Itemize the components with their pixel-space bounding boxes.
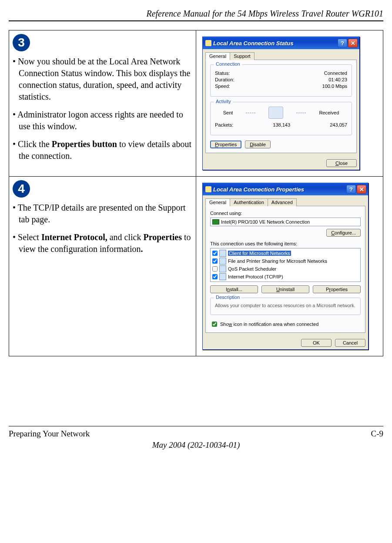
list-item[interactable]: QoS Packet Scheduler bbox=[211, 265, 359, 273]
activity-icon bbox=[268, 107, 283, 119]
adapter-icon bbox=[212, 219, 219, 225]
properties-title: Local Area Connection Properties bbox=[213, 186, 304, 193]
packets-sent: 138,143 bbox=[233, 122, 330, 127]
item-label: Internet Protocol (TCP/IP) bbox=[228, 274, 283, 279]
help-button[interactable]: ? bbox=[338, 39, 347, 47]
sent-label: Sent bbox=[223, 110, 233, 115]
list-item[interactable]: Internet Protocol (TCP/IP) bbox=[211, 273, 359, 281]
items-listbox[interactable]: Client for Microsoft Networks File and P… bbox=[210, 248, 361, 282]
window-icon bbox=[205, 186, 211, 192]
cancel-button[interactable]: Cancel bbox=[335, 339, 365, 347]
tab-advanced[interactable]: Advanced bbox=[268, 198, 297, 206]
step3-bullet3: • Click the Properties button to view de… bbox=[19, 138, 192, 162]
description-text: Allows your computer to access resources… bbox=[215, 302, 356, 308]
disable-button[interactable]: Disable bbox=[245, 141, 271, 148]
adapter-name: Intel(R) PRO/100 VE Network Connection bbox=[221, 219, 310, 225]
item-checkbox[interactable] bbox=[212, 266, 218, 272]
speed-label: Speed: bbox=[215, 84, 230, 89]
status-title: Local Area Connection Status bbox=[213, 40, 293, 47]
step-3-badge: 3 bbox=[13, 34, 30, 51]
item-checkbox[interactable] bbox=[212, 258, 218, 264]
received-label: Received bbox=[319, 110, 339, 115]
uses-items-label: This connection uses the following items… bbox=[210, 241, 361, 246]
status-titlebar[interactable]: Local Area Connection Status ? ✕ bbox=[203, 37, 359, 49]
dash-icon bbox=[246, 113, 255, 113]
list-item[interactable]: Client for Microsoft Networks bbox=[211, 249, 359, 257]
doc-header: Reference Manual for the 54 Mbps Wireles… bbox=[9, 9, 383, 21]
close-button[interactable]: ✕ bbox=[357, 185, 366, 194]
connection-legend: Connection bbox=[214, 61, 242, 67]
page-footer: Preparing Your Network C-9 May 2004 (202… bbox=[9, 426, 383, 450]
status-label: Status: bbox=[215, 70, 230, 76]
footer-date: May 2004 (202-10034-01) bbox=[9, 440, 383, 450]
step4-bullet1: • The TCP/IP details are presented on th… bbox=[19, 202, 192, 225]
item-label: Client for Microsoft Networks bbox=[228, 251, 291, 256]
item-properties-button[interactable]: Properties bbox=[313, 285, 361, 293]
tab-general[interactable]: General bbox=[205, 198, 230, 206]
configure-button[interactable]: Configure... bbox=[326, 229, 361, 237]
status-value: Connected bbox=[324, 70, 347, 76]
item-checkbox[interactable] bbox=[212, 251, 218, 256]
dash-icon bbox=[296, 113, 306, 113]
item-label: QoS Packet Scheduler bbox=[228, 266, 276, 272]
duration-value: 01:40:23 bbox=[328, 77, 347, 82]
tab-general[interactable]: General bbox=[205, 52, 230, 60]
speed-value: 100.0 Mbps bbox=[322, 84, 347, 89]
packets-label: Packets: bbox=[215, 122, 233, 127]
footer-right: C-9 bbox=[371, 429, 384, 439]
tab-authentication[interactable]: Authentication bbox=[230, 198, 268, 206]
footer-left: Preparing Your Network bbox=[9, 429, 90, 439]
properties-button[interactable]: Properties bbox=[210, 141, 241, 148]
step3-bullet1: • Now you should be at the Local Area Ne… bbox=[19, 56, 192, 103]
properties-window: Local Area Connection Properties ? ✕ Gen… bbox=[202, 183, 369, 350]
list-item[interactable]: File and Printer Sharing for Microsoft N… bbox=[211, 257, 359, 265]
close-button[interactable]: Close bbox=[326, 159, 357, 167]
help-button[interactable]: ? bbox=[346, 185, 356, 194]
item-checkbox[interactable] bbox=[212, 274, 218, 279]
connect-using-label: Connect using: bbox=[210, 211, 361, 216]
uninstall-button[interactable]: Uninstall bbox=[261, 285, 309, 293]
description-legend: Description bbox=[214, 295, 241, 300]
close-button[interactable]: ✕ bbox=[348, 39, 358, 47]
window-icon bbox=[205, 40, 211, 46]
steps-table: 3 • Now you should be at the Local Area … bbox=[9, 30, 383, 356]
protocol-icon bbox=[219, 273, 226, 280]
show-icon-checkbox[interactable] bbox=[212, 322, 217, 327]
ok-button[interactable]: OK bbox=[301, 339, 332, 347]
item-label: File and Printer Sharing for Microsoft N… bbox=[228, 258, 327, 264]
packets-received: 243,057 bbox=[330, 122, 347, 127]
install-button[interactable]: Install... bbox=[210, 285, 258, 293]
status-window: Local Area Connection Status ? ✕ General… bbox=[202, 37, 360, 170]
show-icon-label: Show icon in notification area when conn… bbox=[220, 322, 318, 327]
service-icon bbox=[219, 258, 226, 265]
activity-legend: Activity bbox=[214, 99, 233, 104]
tab-support[interactable]: Support bbox=[230, 52, 255, 60]
client-icon bbox=[219, 250, 226, 257]
properties-titlebar[interactable]: Local Area Connection Properties ? ✕ bbox=[203, 183, 368, 195]
adapter-field: Intel(R) PRO/100 VE Network Connection bbox=[210, 218, 361, 226]
duration-label: Duration: bbox=[215, 77, 235, 82]
service-icon bbox=[219, 265, 226, 272]
step3-bullet2: • Administrator logon access rights are … bbox=[19, 109, 192, 132]
step4-bullet2: • Select Internet Protocol, and click Pr… bbox=[19, 231, 192, 255]
step-4-badge: 4 bbox=[13, 180, 30, 198]
